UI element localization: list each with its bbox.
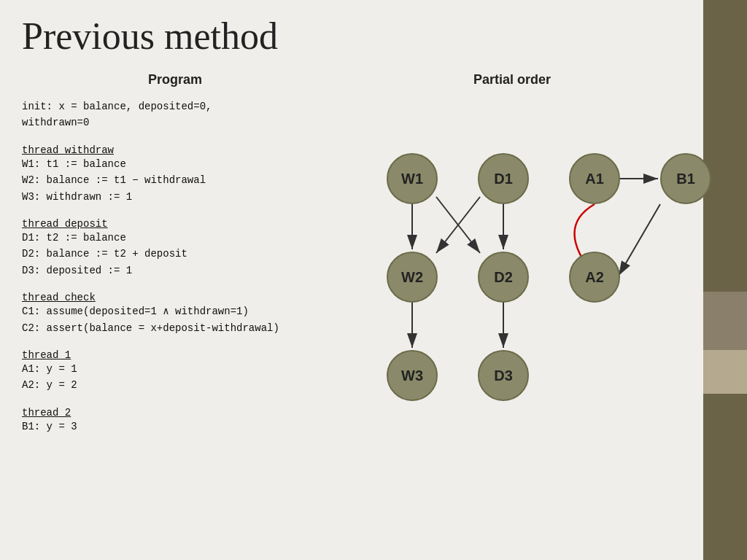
thread-1-section: thread 1 A1: y = 1 A2: y = 2 xyxy=(22,349,328,394)
node-w1: W1 xyxy=(387,153,438,204)
program-header: Program xyxy=(22,72,328,88)
tw-line-2: W3: withdrawn := 1 xyxy=(22,189,328,205)
thread-deposit-label: thread deposit xyxy=(22,218,328,230)
thread-withdraw-label: thread withdraw xyxy=(22,144,328,156)
thread-withdraw-section: thread withdraw W1: t1 := balance W2: ba… xyxy=(22,144,328,205)
sidebar xyxy=(703,0,747,560)
t2-line-0: B1: y = 3 xyxy=(22,419,328,435)
sidebar-block-1 xyxy=(703,292,747,350)
left-column: Program init: x = balance, deposited=0, … xyxy=(22,72,328,459)
tc-line-0: C1: assume(deposited=1 ∧ withdrawn=1) xyxy=(22,303,328,319)
node-a2: A2 xyxy=(569,252,620,303)
arrow-b1-a2 xyxy=(619,204,660,276)
thread-2-section: thread 2 B1: y = 3 xyxy=(22,407,328,435)
thread-2-label: thread 2 xyxy=(22,407,328,419)
right-column: Partial order xyxy=(343,72,681,459)
td-line-0: D1: t2 := balance xyxy=(22,230,328,246)
main-content: Previous method Program init: x = balanc… xyxy=(0,0,703,560)
sidebar-block-2 xyxy=(703,350,747,394)
td-line-2: D3: deposited := 1 xyxy=(22,262,328,279)
t1-line-1: A2: y = 2 xyxy=(22,377,328,393)
thread-1-label: thread 1 xyxy=(22,349,328,361)
node-d1: D1 xyxy=(478,153,529,204)
tc-line-1: C2: assert(balance = x+deposit-withdrawa… xyxy=(22,320,328,336)
t1-line-0: A1: y = 1 xyxy=(22,361,328,377)
thread-check-label: thread check xyxy=(22,292,328,303)
node-b1: B1 xyxy=(660,153,711,204)
graph-area: W1 W2 W3 D1 D2 D3 A1 A2 B1 xyxy=(343,109,681,459)
columns-container: Program init: x = balance, deposited=0, … xyxy=(22,72,681,459)
node-d3: D3 xyxy=(478,350,529,401)
tw-line-1: W2: balance := t1 − withdrawal xyxy=(22,172,328,188)
init-line1: init: x = balance, deposited=0, xyxy=(22,98,328,114)
page-title: Previous method xyxy=(22,15,681,58)
node-w2: W2 xyxy=(387,252,438,303)
td-line-1: D2: balance := t2 + deposit xyxy=(22,246,328,262)
node-d2: D2 xyxy=(478,252,529,303)
thread-deposit-section: thread deposit D1: t2 := balance D2: bal… xyxy=(22,218,328,279)
node-w3: W3 xyxy=(387,350,438,401)
init-section: init: x = balance, deposited=0, withdraw… xyxy=(22,98,328,131)
partial-order-header: Partial order xyxy=(343,72,681,88)
thread-check-section: thread check C1: assume(deposited=1 ∧ wi… xyxy=(22,292,328,336)
tw-line-0: W1: t1 := balance xyxy=(22,156,328,172)
node-a1: A1 xyxy=(569,153,620,204)
init-line2: withdrawn=0 xyxy=(22,114,328,131)
